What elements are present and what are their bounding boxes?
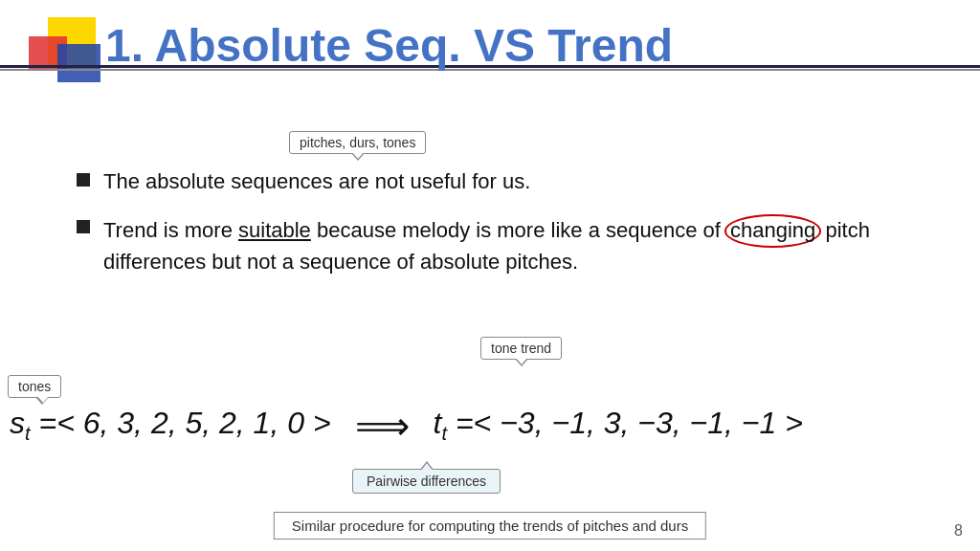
bullet-square-1 xyxy=(77,173,90,187)
double-arrow: ⟹ xyxy=(355,404,410,448)
suitable-text: suitable xyxy=(238,218,311,242)
bullet-text-1: The absolute sequences are not useful fo… xyxy=(103,167,530,197)
content-area: The absolute sequences are not useful fo… xyxy=(77,167,951,294)
slide-title: 1. Absolute Seq. VS Trend xyxy=(105,20,673,71)
bullet-item-1: The absolute sequences are not useful fo… xyxy=(77,167,951,197)
formula-left: st =< 6, 3, 2, 5, 2, 1, 0 > xyxy=(10,406,331,445)
tooltip-tones: tones xyxy=(8,375,61,398)
formula-row: st =< 6, 3, 2, 5, 2, 1, 0 > ⟹ tt =< −3, … xyxy=(10,404,970,448)
page-number: 8 xyxy=(954,522,963,540)
tooltip-pairwise-differences: Pairwise differences xyxy=(352,469,501,494)
bullet-square-2 xyxy=(77,220,90,233)
changing-circled: changing xyxy=(724,214,821,248)
bullet-item-2: Trend is more suitable because melody is… xyxy=(77,214,951,277)
tooltip-tone-trend: tone trend xyxy=(480,337,562,360)
slide-header: 1. Absolute Seq. VS Trend xyxy=(0,19,980,72)
formula-right: tt =< −3, −1, 3, −3, −1, −1 > xyxy=(434,406,803,445)
tooltip-pitches-durs-tones: pitches, durs, tones xyxy=(289,131,426,154)
bullet-text-2: Trend is more suitable because melody is… xyxy=(103,214,951,277)
bottom-note: Similar procedure for computing the tren… xyxy=(274,512,706,540)
